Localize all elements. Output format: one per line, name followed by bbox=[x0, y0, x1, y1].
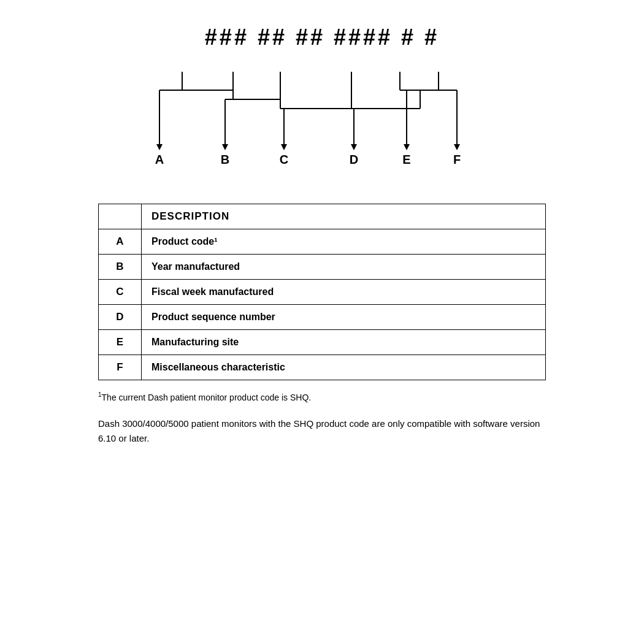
table-header-row: DESCRIPTION bbox=[99, 204, 546, 229]
description-text: Dash 3000/4000/5000 patient monitors wit… bbox=[98, 416, 546, 446]
svg-marker-31 bbox=[454, 144, 460, 150]
diagram-section: ### ## ## #### # # bbox=[98, 25, 546, 185]
svg-text:F: F bbox=[453, 153, 461, 166]
footnote-text: The current Dash patient monitor product… bbox=[102, 393, 312, 402]
svg-marker-20 bbox=[351, 144, 357, 150]
table-cell-description: Fiscal week manufactured bbox=[142, 280, 546, 305]
table-row: FMiscellaneous characteristic bbox=[99, 355, 546, 380]
table-row: AProduct code¹ bbox=[99, 229, 546, 255]
table-row: DProduct sequence number bbox=[99, 305, 546, 330]
table-cell-description: Product code¹ bbox=[142, 229, 546, 255]
table-cell-letter: B bbox=[99, 255, 142, 280]
table-row: EManufacturing site bbox=[99, 330, 546, 355]
table-cell-letter: A bbox=[99, 229, 142, 255]
svg-marker-28 bbox=[404, 144, 410, 150]
hash-code-display: ### ## ## #### # # bbox=[205, 25, 439, 50]
table-cell-description: Miscellaneous characteristic bbox=[142, 355, 546, 380]
table-cell-description: Year manufactured bbox=[142, 255, 546, 280]
svg-text:E: E bbox=[402, 153, 410, 166]
svg-text:C: C bbox=[280, 153, 288, 166]
table-cell-letter: D bbox=[99, 305, 142, 330]
page-container: ### ## ## #### # # bbox=[0, 0, 644, 644]
footnote: 1The current Dash patient monitor produc… bbox=[98, 390, 546, 404]
table-header-description: DESCRIPTION bbox=[142, 204, 546, 229]
svg-text:A: A bbox=[155, 153, 164, 166]
svg-text:B: B bbox=[221, 153, 229, 166]
table-cell-letter: E bbox=[99, 330, 142, 355]
table-cell-letter: C bbox=[99, 280, 142, 305]
table-cell-letter: F bbox=[99, 355, 142, 380]
diagram-svg: A B C D E F bbox=[126, 50, 518, 185]
description-table: DESCRIPTION AProduct code¹BYear manufact… bbox=[98, 204, 546, 380]
table-header-letter bbox=[99, 204, 142, 229]
svg-marker-3 bbox=[156, 144, 163, 150]
svg-marker-15 bbox=[281, 144, 287, 150]
svg-text:D: D bbox=[350, 153, 358, 166]
table-cell-description: Manufacturing site bbox=[142, 330, 546, 355]
table-row: BYear manufactured bbox=[99, 255, 546, 280]
table-cell-description: Product sequence number bbox=[142, 305, 546, 330]
table-section: DESCRIPTION AProduct code¹BYear manufact… bbox=[98, 204, 546, 380]
svg-marker-9 bbox=[222, 144, 228, 150]
table-row: CFiscal week manufactured bbox=[99, 280, 546, 305]
